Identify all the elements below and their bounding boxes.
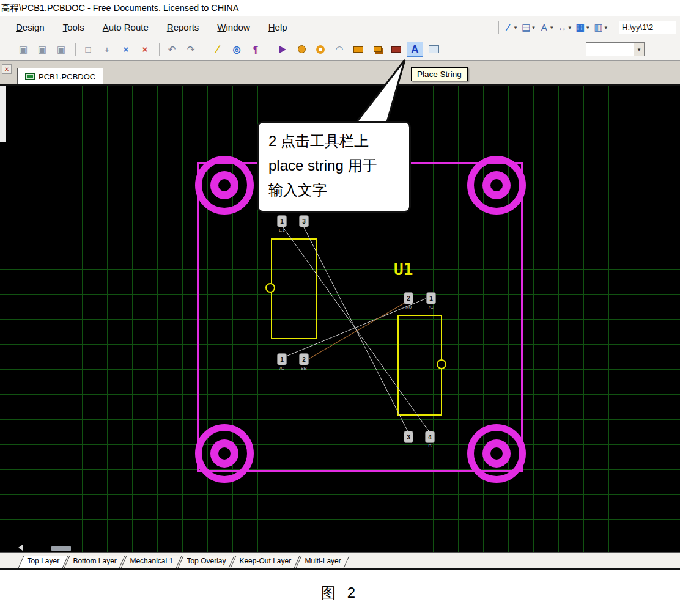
pad[interactable]: 2 N0	[404, 292, 413, 310]
caret-down-icon[interactable]: ▾	[514, 24, 517, 31]
pad[interactable]: 1 /C	[426, 292, 436, 310]
unroute-icon[interactable]: ×	[136, 42, 153, 57]
pad-number: 2	[404, 292, 413, 304]
menu-tools[interactable]: Tools	[63, 22, 84, 32]
layer-tab-top-layer[interactable]: Top Layer	[18, 556, 68, 568]
callout-line: 输入文字	[268, 178, 399, 202]
pad-net-label: E1	[279, 227, 285, 233]
mounting-hole-pad[interactable]	[210, 439, 238, 468]
layer-tab-label: Bottom Layer	[67, 556, 122, 567]
move-icon[interactable]: +	[98, 42, 116, 57]
mounting-hole-pad[interactable]	[210, 171, 238, 199]
caret-down-icon[interactable]: ▾	[568, 24, 571, 31]
pad[interactable]: 2 8B	[299, 353, 309, 371]
route-icon[interactable]: ×	[117, 42, 135, 57]
undo-icon[interactable]: ↶	[163, 42, 180, 57]
mounting-hole-pad[interactable]	[482, 439, 511, 468]
grid-combobox[interactable]: ▾	[586, 42, 645, 56]
paste-special-icon[interactable]: ▣	[34, 42, 51, 57]
flag-shape	[279, 46, 286, 53]
close-panel-icon[interactable]: ✕	[2, 64, 12, 74]
image-shape	[429, 45, 439, 53]
application-window: 高程\PCB1.PCBDOC - Free Documents. License…	[0, 0, 680, 616]
layer-tab-keep-out-layer[interactable]: Keep-Out Layer	[230, 556, 300, 568]
document-tab-label: PCB1.PCBDOC	[39, 72, 95, 81]
caret-down-icon[interactable]: ▾	[550, 24, 553, 31]
layer-tab-label: Top Overlay	[181, 556, 231, 567]
footprint-outline[interactable]	[397, 315, 442, 416]
line-tool-icon[interactable]: ∕	[503, 22, 514, 32]
separator	[498, 21, 499, 34]
pad[interactable]: 1 E1	[277, 215, 287, 233]
title-bar: 高程\PCB1.PCBDOC - Free Documents. License…	[0, 0, 680, 16]
callout-line: place string 用于	[268, 153, 399, 178]
pad-number: 3	[299, 215, 309, 227]
pad-number: 1	[277, 215, 287, 227]
zoom-icon[interactable]: ◎	[228, 42, 245, 57]
menu-reports[interactable]: Reports	[167, 22, 199, 32]
caret-down-icon[interactable]: ▾	[532, 24, 535, 31]
select-rect-icon[interactable]: □	[79, 42, 97, 57]
separator	[75, 43, 76, 56]
document-tab[interactable]: PCB1.PCBDOC	[17, 68, 103, 84]
scroll-left-icon[interactable]	[18, 544, 23, 551]
callout-bubble: 2 点击工具栏上 place string 用于 输入文字	[257, 121, 411, 213]
layer-tab-label: Top Layer	[21, 556, 65, 567]
redo-icon[interactable]: ↷	[182, 42, 199, 57]
figure-caption: 图 2	[0, 583, 680, 603]
menu-design[interactable]: Design	[16, 22, 45, 32]
pad[interactable]: 3	[404, 431, 413, 443]
comment-icon[interactable]: ¶	[247, 42, 264, 57]
place-string-tooltip: Place String	[411, 67, 468, 81]
paste-array-icon[interactable]: ▣	[53, 42, 70, 57]
pad-number: 3	[404, 431, 413, 443]
place-polygon-icon[interactable]	[274, 42, 291, 57]
pad[interactable]: 4 B	[425, 431, 435, 449]
callout-pointer	[333, 54, 413, 132]
pad-number: 4	[425, 431, 435, 443]
layer-tab-top-overlay[interactable]: Top Overlay	[177, 556, 234, 568]
pad-shape	[298, 45, 306, 53]
region-shape	[374, 46, 382, 52]
place-pad-icon[interactable]	[293, 42, 310, 57]
via-shape	[316, 45, 325, 54]
place-image-icon[interactable]	[425, 42, 442, 57]
pad[interactable]: 1 /C	[277, 353, 287, 371]
layer-tab-mechanical-1[interactable]: Mechanical 1	[120, 556, 182, 568]
place-via-icon[interactable]	[312, 42, 329, 57]
layer-tab-label: Multi-Layer	[299, 556, 346, 567]
mounting-hole-pad[interactable]	[482, 171, 511, 199]
pad-net-label: /C	[279, 365, 284, 371]
path-dropdown[interactable]: H:\yy\1\2	[619, 21, 676, 34]
callout-line: 2 点击工具栏上	[268, 129, 399, 153]
paste-icon[interactable]: ▣	[15, 42, 32, 57]
layer-tab-bottom-layer[interactable]: Bottom Layer	[64, 556, 125, 568]
pad[interactable]: 3	[299, 215, 309, 227]
pad-net-label: B	[428, 443, 431, 449]
text-tool-icon[interactable]: A	[539, 22, 550, 32]
separator	[270, 43, 270, 56]
grid-tool-icon[interactable]: ▦	[575, 22, 586, 33]
menu-window[interactable]: Window	[217, 22, 249, 32]
layer-tab-label: Keep-Out Layer	[234, 556, 297, 567]
knife-icon[interactable]: ∕	[209, 42, 226, 57]
combobox-value	[586, 43, 634, 56]
table-tool-icon[interactable]: ▥	[593, 22, 604, 33]
caret-down-icon[interactable]: ▾	[604, 24, 607, 31]
caret-down-icon[interactable]: ▾	[586, 24, 589, 31]
pcb-doc-icon	[25, 73, 35, 80]
hscrollbar-thumb[interactable]	[51, 546, 71, 551]
menu-bar: Design Tools Auto Route Reports Window H…	[0, 16, 680, 38]
layer-tab-multi-layer[interactable]: Multi-Layer	[295, 556, 350, 568]
ref-designator[interactable]: U1	[394, 260, 413, 279]
room-shape	[391, 46, 401, 53]
separator	[159, 43, 160, 56]
footprint-outline[interactable]	[271, 238, 317, 339]
pad-net-label: /C	[429, 304, 434, 310]
pad-number: 1	[426, 292, 436, 304]
combobox-caret-icon[interactable]: ▾	[634, 43, 644, 56]
document-tool-icon[interactable]: ▤	[520, 22, 531, 33]
menu-auto-route[interactable]: Auto Route	[103, 22, 149, 32]
dimension-tool-icon[interactable]: ↔	[556, 22, 567, 32]
menu-help[interactable]: Help	[268, 22, 287, 32]
